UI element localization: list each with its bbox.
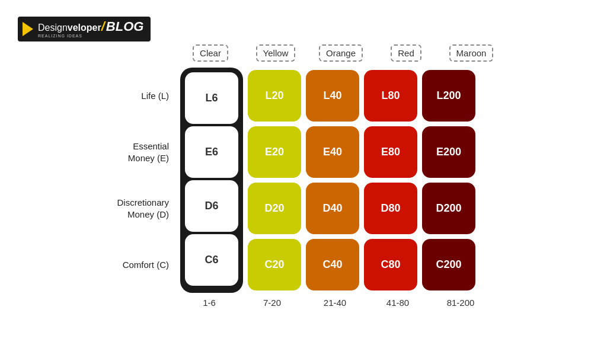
chart-container: Clear Yellow Orange Red Maroon Life (L) … — [95, 44, 581, 308]
cell-l40: L40 — [306, 70, 359, 122]
logo-veloper: veloper — [68, 23, 101, 33]
cell-c6: C6 — [185, 234, 238, 286]
cell-c80: C80 — [364, 239, 417, 290]
header-orange: Orange — [308, 44, 373, 62]
footer-21-40: 21-40 — [306, 298, 364, 308]
logo-design: Design — [38, 23, 68, 33]
cell-e200: E200 — [422, 126, 475, 178]
col-red: L80 E80 D80 C80 — [362, 68, 420, 293]
cell-d20: D20 — [248, 183, 301, 234]
cell-l80: L80 — [364, 70, 417, 122]
row-label-comfort: Comfort (C) — [95, 237, 178, 293]
cell-e6: E6 — [185, 126, 238, 178]
header-clear: Clear — [178, 44, 243, 62]
grid-columns: L6 E6 D6 C6 L20 E20 D20 C20 L40 E40 D40 … — [178, 68, 478, 293]
footer-41-80: 41-80 — [369, 298, 427, 308]
cell-e40: E40 — [306, 126, 359, 178]
header-maroon: Maroon — [439, 44, 504, 62]
cell-d40: D40 — [306, 183, 359, 234]
logo-chevron-icon — [23, 22, 33, 36]
cell-d80: D80 — [364, 183, 417, 234]
footer-81-200: 81-200 — [432, 298, 490, 308]
row-labels: Life (L) EssentialMoney (E) Discretionar… — [95, 68, 178, 293]
header-red: Red — [373, 44, 439, 62]
col-maroon: L200 E200 D200 C200 — [420, 68, 478, 293]
col-yellow: L20 E20 D20 C20 — [245, 68, 304, 293]
row-label-discretionary: DiscretionaryMoney (D) — [95, 180, 178, 237]
footer-labels: 1-6 7-20 21-40 41-80 81-200 — [178, 298, 581, 308]
footer-7-20: 7-20 — [243, 298, 301, 308]
logo-text: Designveloper/BLOG REALIZING IDEAS — [38, 20, 143, 38]
footer-1-6: 1-6 — [180, 298, 238, 308]
col-clear: L6 E6 D6 C6 — [180, 68, 243, 293]
row-label-essential: EssentialMoney (E) — [95, 124, 178, 180]
cell-c40: C40 — [306, 239, 359, 290]
cell-e20: E20 — [248, 126, 301, 178]
cell-c20: C20 — [248, 239, 301, 290]
grid: Life (L) EssentialMoney (E) Discretionar… — [95, 68, 581, 293]
logo-tagline: REALIZING IDEAS — [38, 34, 143, 38]
header-yellow: Yellow — [243, 44, 308, 62]
cell-d6: D6 — [185, 180, 238, 232]
cell-c200: C200 — [422, 239, 475, 290]
cell-d200: D200 — [422, 183, 475, 234]
cell-l200: L200 — [422, 70, 475, 122]
cell-l6: L6 — [185, 72, 238, 124]
col-orange: L40 E40 D40 C40 — [304, 68, 362, 293]
cell-e80: E80 — [364, 126, 417, 178]
cell-l20: L20 — [248, 70, 301, 122]
column-headers: Clear Yellow Orange Red Maroon — [178, 44, 581, 62]
logo-blog: BLOG — [106, 20, 144, 33]
logo: Designveloper/BLOG REALIZING IDEAS — [18, 17, 151, 41]
logo-slash: / — [101, 20, 105, 33]
row-label-life: Life (L) — [95, 68, 178, 124]
